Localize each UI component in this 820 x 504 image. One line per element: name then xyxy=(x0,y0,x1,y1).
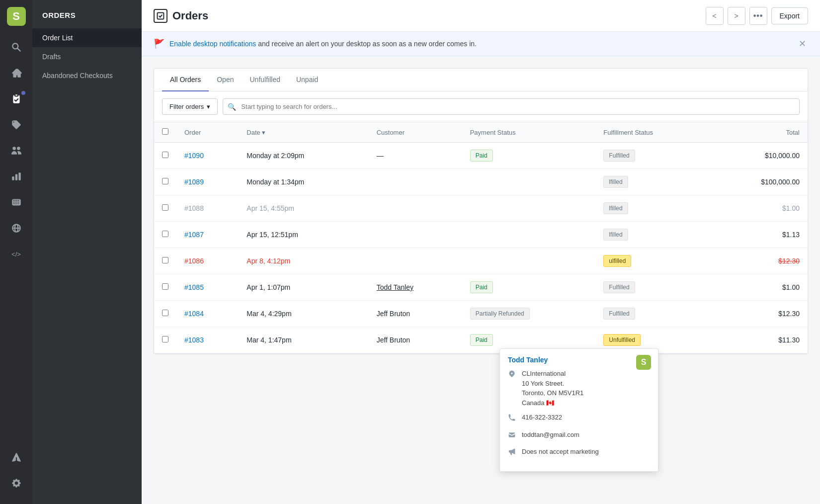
tooltip-body: CLInternational 10 York Street. Toronto,… xyxy=(500,369,658,471)
fulfillment-status-badge: lfilled xyxy=(603,229,628,241)
row-checkbox[interactable] xyxy=(162,283,168,290)
top-bar: Orders < > ••• Export xyxy=(142,0,820,32)
tooltip-email: toddtan@gmail.com xyxy=(522,430,579,440)
order-total: $10,000.00 xyxy=(765,152,800,160)
customer-name[interactable]: Todd Tanley xyxy=(377,283,413,291)
order-link[interactable]: #1087 xyxy=(184,231,204,239)
tooltip-country: Canada 🇨🇦 xyxy=(522,398,583,408)
payment-status-badge: Paid xyxy=(470,281,493,293)
order-link[interactable]: #1084 xyxy=(184,310,204,318)
order-total: $1.00 xyxy=(782,204,800,212)
filter-chevron-icon: ▾ xyxy=(207,103,210,110)
table-row: #1087Apr 15, 12:51pmlfilled$1.13 xyxy=(154,222,808,248)
sidebar-icons: S </> xyxy=(0,0,32,504)
table-header-row: Order Date ▾ Customer Payment Status Ful… xyxy=(154,122,808,143)
nav-header: Orders xyxy=(32,0,142,28)
sidebar-item-code[interactable]: </> xyxy=(0,241,32,267)
sidebar-item-search[interactable] xyxy=(0,34,32,60)
order-link[interactable]: #1083 xyxy=(184,336,204,344)
sidebar-item-customers[interactable] xyxy=(0,138,32,164)
notification-flag-icon: 🚩 xyxy=(154,38,164,49)
more-button[interactable]: ••• xyxy=(749,7,767,25)
order-link[interactable]: #1088 xyxy=(184,204,204,212)
sidebar-item-home[interactable] xyxy=(0,60,32,86)
row-checkbox[interactable] xyxy=(162,152,168,158)
order-link[interactable]: #1085 xyxy=(184,283,204,291)
top-bar-actions: < > ••• Export xyxy=(706,7,808,25)
row-checkbox[interactable] xyxy=(162,231,168,237)
sidebar-item-settings[interactable] xyxy=(0,470,32,496)
order-total: $12.30 xyxy=(778,257,800,265)
table-row: #1083Mar 4, 1:47pmJeff BrutonPaidUnfulfi… xyxy=(154,327,808,353)
tooltip-address-row: CLInternational 10 York Street. Toronto,… xyxy=(508,369,650,408)
table-container: Order Date ▾ Customer Payment Status Ful… xyxy=(154,122,808,353)
th-total: Total xyxy=(711,122,808,143)
sidebar-item-orders[interactable] xyxy=(0,86,32,112)
row-checkbox[interactable] xyxy=(162,257,168,263)
prev-button[interactable]: < xyxy=(706,7,724,25)
sidebar-item-apps[interactable] xyxy=(0,444,32,470)
next-button[interactable]: > xyxy=(728,7,745,25)
order-link[interactable]: #1089 xyxy=(184,178,204,186)
order-link[interactable]: #1090 xyxy=(184,152,204,160)
th-date-label: Date xyxy=(246,129,260,136)
fulfillment-status-badge: lfilled xyxy=(603,176,628,188)
order-total: $12.30 xyxy=(778,310,800,318)
table-row: #1088Apr 15, 4:55pmlfilled$1.00 xyxy=(154,195,808,222)
order-link[interactable]: #1086 xyxy=(184,257,204,265)
orders-badge-dot xyxy=(21,91,25,95)
shopify-mini-logo: S xyxy=(636,355,651,370)
row-checkbox[interactable] xyxy=(162,310,168,316)
address-icon xyxy=(508,370,517,381)
orders-icon xyxy=(11,93,22,104)
select-all-checkbox[interactable] xyxy=(162,128,168,135)
home-icon xyxy=(11,68,22,79)
sidebar-item-analytics[interactable] xyxy=(0,164,32,189)
tooltip-customer-name[interactable]: Todd Tanley xyxy=(500,349,658,369)
order-total: $100,000.00 xyxy=(761,178,800,186)
fulfillment-status-badge: Unfulfilled xyxy=(603,334,641,346)
shopify-logo[interactable]: S xyxy=(0,0,32,32)
notification-link[interactable]: Enable desktop notifications xyxy=(169,40,256,48)
tooltip-company: CLInternational xyxy=(522,369,583,379)
payment-status-badge: Partially Refunded xyxy=(470,308,530,320)
analytics-icon xyxy=(11,171,22,182)
order-date: Apr 1, 1:07pm xyxy=(246,283,290,291)
search-input[interactable] xyxy=(223,98,800,115)
notification-close-button[interactable]: ✕ xyxy=(796,38,808,50)
row-checkbox[interactable] xyxy=(162,204,168,211)
filter-orders-label: Filter orders xyxy=(169,103,204,110)
search-wrap: 🔍 xyxy=(223,98,800,115)
export-button[interactable]: Export xyxy=(771,7,808,24)
order-date: Mar 4, 4:29pm xyxy=(246,310,291,318)
customer-name: Jeff Bruton xyxy=(377,310,410,318)
nav-item-drafts[interactable]: Drafts xyxy=(32,47,142,66)
top-bar-left: Orders xyxy=(154,9,208,23)
tab-unpaid[interactable]: Unpaid xyxy=(288,69,326,91)
tab-all-orders[interactable]: All Orders xyxy=(162,69,209,91)
tab-open[interactable]: Open xyxy=(209,69,242,91)
th-customer: Customer xyxy=(369,122,462,143)
fulfillment-status-badge: lfilled xyxy=(603,202,628,214)
order-date: Apr 15, 4:55pm xyxy=(246,204,294,212)
products-icon xyxy=(11,119,22,130)
row-checkbox[interactable] xyxy=(162,336,168,342)
tab-unfulfilled[interactable]: Unfulfilled xyxy=(242,69,288,91)
nav-item-order-list[interactable]: Order List xyxy=(32,28,142,47)
tooltip-address-line1: 10 York Street. xyxy=(522,379,583,389)
th-date[interactable]: Date ▾ xyxy=(239,122,368,143)
orders-table: Order Date ▾ Customer Payment Status Ful… xyxy=(154,122,808,353)
order-date: Monday at 1:34pm xyxy=(246,178,304,186)
th-select-all xyxy=(154,122,176,143)
sidebar-item-online-store[interactable] xyxy=(0,215,32,241)
tabs: All Orders Open Unfulfilled Unpaid xyxy=(154,69,808,91)
nav-item-abandoned-checkouts[interactable]: Abandoned Checkouts xyxy=(32,66,142,85)
table-row: #1090Monday at 2:09pm—PaidFulfilled$10,0… xyxy=(154,143,808,169)
order-total: $1.00 xyxy=(782,283,800,291)
filter-orders-button[interactable]: Filter orders ▾ xyxy=(162,98,218,115)
notification-content: 🚩 Enable desktop notifications and recei… xyxy=(154,38,477,49)
sidebar-item-discounts[interactable] xyxy=(0,189,32,215)
row-checkbox[interactable] xyxy=(162,178,168,184)
tooltip-address-line2: Toronto, ON M5V1R1 xyxy=(522,388,583,398)
sidebar-item-products[interactable] xyxy=(0,112,32,138)
